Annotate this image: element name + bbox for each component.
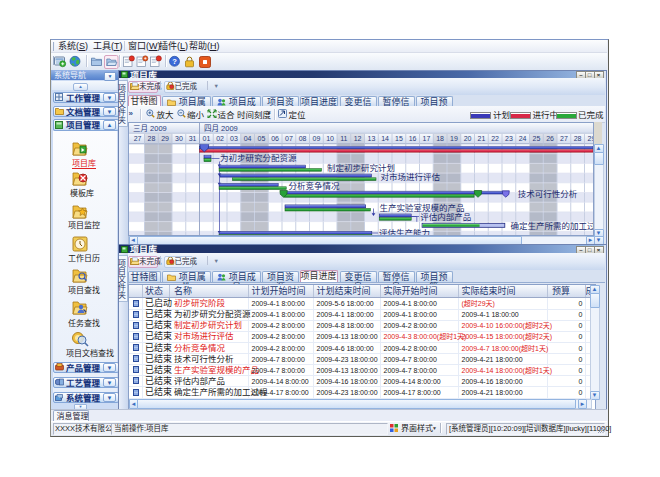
svg-text:26: 26 <box>546 135 554 142</box>
svg-text:28: 28 <box>573 135 581 142</box>
svg-text:29: 29 <box>161 135 169 142</box>
svg-text:24: 24 <box>518 135 526 142</box>
svg-text:制定初步研究计划: 制定初步研究计划 <box>327 162 395 172</box>
svg-text:27: 27 <box>560 135 568 142</box>
svg-text:10: 10 <box>326 135 334 142</box>
svg-text:13: 13 <box>367 135 375 142</box>
svg-text:三月 2009: 三月 2009 <box>133 124 167 133</box>
svg-text:30: 30 <box>175 135 183 142</box>
svg-text:05: 05 <box>257 135 265 142</box>
svg-text:分析竞争情况: 分析竞争情况 <box>288 181 340 191</box>
svg-text:01: 01 <box>202 135 210 142</box>
svg-text:四月 2009: 四月 2009 <box>204 124 238 133</box>
svg-text:评估内部产品: 评估内部产品 <box>420 212 471 222</box>
svg-text:28: 28 <box>147 135 155 142</box>
svg-text:为初步研究分配资源: 为初步研究分配资源 <box>220 153 297 163</box>
svg-text:14: 14 <box>381 135 389 142</box>
svg-text:08: 08 <box>298 135 306 142</box>
svg-text:27: 27 <box>133 135 141 142</box>
svg-text:25: 25 <box>532 135 540 142</box>
svg-text:19: 19 <box>450 135 458 142</box>
svg-text:12: 12 <box>353 135 361 142</box>
svg-text:评估生产能力: 评估生产能力 <box>379 227 430 236</box>
svg-text:21: 21 <box>477 135 485 142</box>
svg-text:06: 06 <box>271 135 279 142</box>
svg-text:17: 17 <box>422 135 430 142</box>
svg-text:23: 23 <box>505 135 513 142</box>
svg-text:03: 03 <box>230 135 238 142</box>
svg-text:15: 15 <box>395 135 403 142</box>
svg-text:18: 18 <box>436 135 444 142</box>
svg-text:对市场进行评估: 对市场进行评估 <box>380 172 440 182</box>
svg-text:20: 20 <box>463 135 471 142</box>
svg-text:?: ? <box>172 57 177 66</box>
svg-text:04: 04 <box>243 135 251 142</box>
svg-text:技术可行性分析: 技术可行性分析 <box>517 189 577 199</box>
svg-text:02: 02 <box>216 135 224 142</box>
svg-text:16: 16 <box>408 135 416 142</box>
svg-text:确定生产所需的加工过程: 确定生产所需的加工过程 <box>510 221 594 231</box>
svg-text:31: 31 <box>188 135 196 142</box>
svg-text:07: 07 <box>285 135 293 142</box>
svg-text:09: 09 <box>312 135 320 142</box>
svg-text:22: 22 <box>491 135 499 142</box>
svg-text:11: 11 <box>340 135 347 142</box>
